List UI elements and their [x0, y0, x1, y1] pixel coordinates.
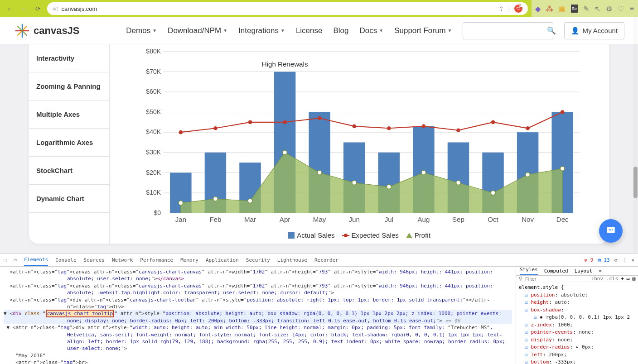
svg-point-55: [352, 124, 356, 128]
devtools-panel: ⬚ ▭ Elements Console Sources Network Per…: [0, 254, 638, 364]
selenium-icon[interactable]: Se: [571, 5, 578, 13]
nav-integrations[interactable]: Integrations▼: [238, 26, 285, 35]
back-button[interactable]: ‹: [4, 3, 14, 14]
sidebar-item-interactivity[interactable]: Interactivity: [29, 44, 109, 72]
logo-burst-icon: [14, 22, 31, 39]
share-icon[interactable]: ⇪: [499, 5, 504, 12]
url-bar[interactable]: ≡⁝ canvasjs.com ⇪ | 5 🛡: [47, 2, 528, 15]
layout-tab[interactable]: Layout: [575, 268, 593, 274]
ext-icon-3[interactable]: ▦: [559, 5, 566, 13]
puzzle-icon[interactable]: ⚙: [606, 5, 612, 13]
issues-count[interactable]: ▤ 13: [598, 257, 610, 263]
logo-text: canvasJS: [34, 25, 80, 37]
chart-legend: Actual Sales Expected Sales Profit: [119, 231, 600, 239]
svg-text:$10K: $10K: [146, 189, 161, 196]
hov-cls[interactable]: :hov .cls: [591, 276, 619, 282]
account-button[interactable]: 👤 My Account: [564, 22, 624, 39]
nav-download[interactable]: Download/NPM▼: [168, 26, 227, 35]
svg-line-3: [22, 31, 27, 35]
css-rules[interactable]: element.style { ☑ position: absolute; ☑ …: [516, 282, 638, 364]
brave-shield-icon[interactable]: 5 🛡: [514, 5, 522, 13]
tab-network[interactable]: Network: [112, 254, 133, 266]
nav-blog[interactable]: Blog: [333, 26, 348, 35]
styles-icon-2[interactable]: ▥: [632, 276, 635, 282]
sidebar-item-dynamic[interactable]: Dynamic Chart: [29, 185, 109, 213]
svg-point-59: [491, 120, 495, 125]
svg-point-47: [491, 191, 495, 195]
tab-lighthouse[interactable]: Lighthouse: [277, 254, 307, 266]
nav-demos[interactable]: Demos▼: [126, 26, 157, 35]
url-text: canvasjs.com: [62, 5, 97, 12]
reload-button[interactable]: ⟳: [33, 3, 44, 14]
sidebar-item-log-axes[interactable]: Logarithmic Axes: [29, 129, 109, 157]
forward-button[interactable]: ›: [18, 3, 29, 14]
main-nav: Demos▼ Download/NPM▼ Integrations▼ Licen…: [126, 22, 624, 39]
ext-icon-5[interactable]: ✎: [583, 5, 589, 13]
legend-profit[interactable]: Profit: [406, 231, 430, 239]
svg-point-58: [456, 128, 460, 132]
tab-security[interactable]: Security: [246, 254, 270, 266]
computed-tab[interactable]: Computed: [544, 268, 568, 274]
svg-text:$50K: $50K: [146, 108, 161, 115]
svg-point-61: [561, 110, 565, 114]
svg-point-38: [179, 201, 183, 205]
tab-recorder[interactable]: Recorder: [314, 254, 338, 266]
tab-sources[interactable]: Sources: [84, 254, 105, 266]
sidebar-item-stockchart[interactable]: StockChart: [29, 157, 109, 185]
svg-point-49: [560, 167, 565, 171]
more-icon[interactable]: ⋮: [622, 257, 627, 263]
svg-point-43: [352, 181, 357, 185]
styles-icon-1[interactable]: ▭: [627, 276, 630, 282]
filter-input[interactable]: [525, 276, 589, 282]
svg-text:Apr: Apr: [280, 216, 290, 223]
styles-tab[interactable]: Styles: [520, 267, 538, 275]
svg-text:High Renewals: High Renewals: [262, 60, 308, 68]
svg-text:Jul: Jul: [385, 216, 393, 223]
ext-icon-6[interactable]: ↖: [594, 5, 600, 13]
chat-fab[interactable]: [599, 219, 623, 243]
logo[interactable]: canvasJS: [14, 22, 80, 39]
nav-forum[interactable]: Support Forum▼: [394, 26, 452, 35]
tab-elements[interactable]: Elements: [24, 254, 48, 266]
tab-memory[interactable]: Memory: [180, 254, 198, 266]
svg-text:Dec: Dec: [556, 216, 569, 223]
search-box[interactable]: 🔍: [463, 22, 553, 39]
svg-point-77: [612, 230, 613, 231]
chart-area: $0$10K$20K$30K$40K$50K$60K$70K$80KJanFeb…: [110, 44, 609, 244]
sidebar-item-multiple-axes[interactable]: Multiple Axes: [29, 101, 109, 129]
close-devtools-icon[interactable]: ✕: [631, 257, 634, 263]
new-style-icon[interactable]: +: [621, 276, 624, 282]
tab-performance[interactable]: Performance: [140, 254, 173, 266]
settings-icon[interactable]: ⚙: [614, 257, 618, 263]
nav-license[interactable]: License: [296, 26, 323, 35]
device-icon[interactable]: ▭: [14, 257, 17, 263]
svg-line-7: [18, 26, 22, 30]
error-count[interactable]: ⊗ 9: [584, 257, 593, 263]
user-icon: 👤: [571, 27, 580, 35]
more-tabs-icon[interactable]: »: [599, 268, 602, 274]
chat-icon: [605, 225, 617, 237]
sidebar-item-zooming[interactable]: Zooming & Panning: [29, 72, 109, 101]
devtools-tabs: ⬚ ▭ Elements Console Sources Network Per…: [0, 254, 638, 267]
ext-icon-2[interactable]: ⁂: [546, 5, 553, 13]
svg-text:Mar: Mar: [244, 216, 256, 223]
nav-docs[interactable]: Docs▼: [360, 26, 384, 35]
ext-icon-8[interactable]: ♡: [618, 5, 624, 13]
site-settings-icon[interactable]: ≡⁝: [53, 5, 58, 12]
svg-text:$60K: $60K: [146, 88, 161, 95]
ext-icon-1[interactable]: ◆: [535, 5, 541, 13]
elements-tree[interactable]: <attr-n">class="tag">canvas attr-n">clas…: [0, 267, 516, 364]
hamburger-icon[interactable]: ≡: [629, 5, 634, 13]
svg-text:$30K: $30K: [146, 148, 161, 156]
styles-panel: Styles Computed Layout » ⚲ :hov .cls + ▭…: [516, 267, 638, 364]
tab-console[interactable]: Console: [55, 254, 76, 266]
page-scrollbar[interactable]: [633, 17, 638, 253]
legend-actual[interactable]: Actual Sales: [288, 231, 334, 239]
search-input[interactable]: [468, 27, 547, 34]
tab-application[interactable]: Application: [206, 254, 239, 266]
legend-expected[interactable]: Expected Sales: [342, 231, 399, 239]
search-icon[interactable]: 🔍: [547, 26, 556, 35]
inspect-icon[interactable]: ⬚: [4, 257, 7, 263]
chart-canvas[interactable]: $0$10K$20K$30K$40K$50K$60K$70K$80KJanFeb…: [119, 47, 600, 228]
svg-point-76: [610, 230, 612, 231]
